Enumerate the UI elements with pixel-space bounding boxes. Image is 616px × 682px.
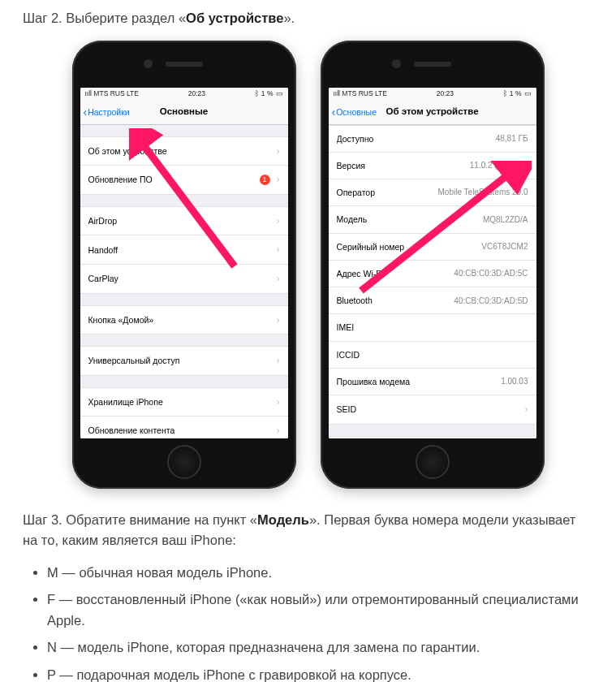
row-value: 40:CB:C0:3D:AD:5D xyxy=(454,295,528,308)
settings-row[interactable]: Обновление ПО1› xyxy=(80,166,288,195)
settings-row[interactable]: AirDrop› xyxy=(80,206,288,236)
chevron-right-icon: › xyxy=(277,271,280,287)
step2-prefix: Шаг 2. Выберите раздел « xyxy=(23,11,186,25)
home-button[interactable] xyxy=(416,445,450,479)
settings-row[interactable]: Handoff› xyxy=(80,235,288,265)
navbar: ‹ Настройки Основные xyxy=(80,101,288,125)
settings-row: Прошивка модема1.00.03 xyxy=(329,369,536,395)
row-label: Хранилище iPhone xyxy=(88,395,163,408)
row-value: VC6T8JCM2 xyxy=(481,240,528,253)
bluetooth-icon: ᛒ xyxy=(255,88,259,99)
nav-title: Об этом устройстве xyxy=(329,105,536,119)
settings-row[interactable]: Хранилище iPhone› xyxy=(80,387,288,417)
row-value: 1.00.03 xyxy=(501,375,528,388)
settings-row[interactable]: SEID› xyxy=(329,395,536,425)
phone1-screen: ııll MTS RUS LTE 20:23 ᛒ 1 % ▭ ‹ Настрой… xyxy=(80,88,288,438)
battery-icon: ▭ xyxy=(276,88,283,99)
row-label: Обновление ПО xyxy=(88,173,153,186)
status-left: ııll MTS RUS LTE xyxy=(334,88,387,99)
settings-group: Универсальный доступ› xyxy=(80,346,288,376)
settings-group: AirDrop›Handoff›CarPlay› xyxy=(80,206,288,294)
row-label: Кнопка «Домой» xyxy=(88,313,154,326)
row-label: Handoff xyxy=(88,244,118,257)
settings-row: МодельMQ8L2ZD/A xyxy=(329,206,536,233)
step3-prefix: Шаг 3. Обратите внимание на пункт « xyxy=(23,512,257,527)
notification-badge: 1 xyxy=(260,175,270,185)
settings-group: Доступно48,81 ГБВерсия11.0.2 (15A421)Опе… xyxy=(329,125,536,425)
row-label: Об этом устройстве xyxy=(88,145,167,158)
row-value: 11.0.2 (15A421) xyxy=(470,159,528,172)
step2-suffix: ». xyxy=(283,11,295,25)
chevron-right-icon: › xyxy=(277,313,280,328)
settings-row: Версия11.0.2 (15A421) xyxy=(329,153,536,179)
settings-row: Bluetooth40:CB:C0:3D:AD:5D xyxy=(329,287,536,314)
list-item: F — восстановленный iPhone («как новый»)… xyxy=(47,589,593,631)
phone-camera xyxy=(144,59,153,68)
navbar: ‹ Основные Об этом устройстве xyxy=(329,101,536,125)
status-right: 1 % xyxy=(510,88,522,99)
row-label: Адрес Wi-Fi xyxy=(337,267,383,280)
settings-row: Адрес Wi-Fi40:CB:C0:3D:AD:5C xyxy=(329,261,536,287)
row-label: Bluetooth xyxy=(337,294,373,307)
phone-earpiece xyxy=(414,62,451,67)
status-time: 20:23 xyxy=(188,88,205,99)
settings-group: Об этом устройстве›Обновление ПО1› xyxy=(80,136,288,195)
home-button[interactable] xyxy=(167,445,201,479)
chevron-right-icon: › xyxy=(525,402,528,417)
row-label: IMEI xyxy=(337,321,355,334)
settings-row[interactable]: Правовые документы› xyxy=(329,436,536,438)
row-label: Доступно xyxy=(337,132,374,145)
chevron-right-icon: › xyxy=(277,214,280,229)
row-label: Версия xyxy=(337,159,365,172)
row-label: Оператор xyxy=(337,186,376,199)
chevron-right-icon: › xyxy=(277,423,280,438)
battery-icon: ▭ xyxy=(524,88,532,99)
phone-mockup-1: ııll MTS RUS LTE 20:23 ᛒ 1 % ▭ ‹ Настрой… xyxy=(72,41,296,489)
settings-row[interactable]: Обновление контента› xyxy=(80,417,288,438)
row-value: 40:CB:C0:3D:AD:5C xyxy=(454,267,528,280)
nav-title: Основные xyxy=(80,105,288,119)
settings-row[interactable]: Универсальный доступ› xyxy=(80,346,288,376)
settings-group: Хранилище iPhone›Обновление контента› xyxy=(80,387,288,438)
step3-bold: Модель xyxy=(257,512,309,527)
list-item: M — обычная новая модель iPhone. xyxy=(47,563,593,584)
row-value: Mobile TeleSystems 29.0 xyxy=(438,186,528,199)
row-label: CarPlay xyxy=(88,272,118,285)
list-item: P — подарочная модель iPhone с гравировк… xyxy=(47,665,593,682)
phone1-content: Об этом устройстве›Обновление ПО1›AirDro… xyxy=(80,125,288,438)
row-label: AirDrop xyxy=(88,214,118,227)
status-right: 1 % xyxy=(261,88,274,99)
chevron-right-icon: › xyxy=(277,242,280,257)
statusbar: ııll MTS RUS LTE 20:23 ᛒ 1 % ▭ xyxy=(329,88,536,101)
settings-group: Кнопка «Домой»› xyxy=(80,305,288,335)
list-item: N — модель iPhone, которая предназначена… xyxy=(47,637,593,658)
phone-camera xyxy=(392,59,401,68)
status-time: 20:23 xyxy=(437,88,454,99)
phones-row: ııll MTS RUS LTE 20:23 ᛒ 1 % ▭ ‹ Настрой… xyxy=(23,41,593,489)
step2-text: Шаг 2. Выберите раздел «Об устройстве». xyxy=(23,8,593,29)
row-label: Универсальный доступ xyxy=(88,354,180,367)
settings-row[interactable]: Об этом устройстве› xyxy=(80,136,288,166)
phone2-screen: ııll MTS RUS LTE 20:23 ᛒ 1 % ▭ ‹ Основны… xyxy=(329,88,536,438)
chevron-right-icon: › xyxy=(277,395,280,410)
chevron-right-icon: › xyxy=(277,353,280,369)
settings-group: Правовые документы› xyxy=(329,436,536,438)
settings-row: ICCID xyxy=(329,342,536,369)
chevron-right-icon: › xyxy=(277,144,280,159)
step3-text: Шаг 3. Обратите внимание на пункт «Модел… xyxy=(23,510,593,551)
row-label: Серийный номер xyxy=(337,240,405,253)
step2-bold: Об устройстве xyxy=(186,11,283,25)
row-label: Обновление контента xyxy=(88,424,175,437)
row-label: Модель xyxy=(337,213,368,226)
status-left: ııll MTS RUS LTE xyxy=(85,88,139,99)
settings-row: Доступно48,81 ГБ xyxy=(329,125,536,153)
row-value: 48,81 ГБ xyxy=(496,132,528,145)
phone-mockup-2: ııll MTS RUS LTE 20:23 ᛒ 1 % ▭ ‹ Основны… xyxy=(321,41,545,489)
settings-row[interactable]: Кнопка «Домой»› xyxy=(80,305,288,335)
statusbar: ııll MTS RUS LTE 20:23 ᛒ 1 % ▭ xyxy=(80,88,288,101)
bluetooth-icon: ᛒ xyxy=(503,88,507,99)
settings-row[interactable]: CarPlay› xyxy=(80,265,288,294)
row-label: Прошивка модема xyxy=(337,375,411,388)
row-value: MQ8L2ZD/A xyxy=(483,214,528,227)
phone2-content: Доступно48,81 ГБВерсия11.0.2 (15A421)Опе… xyxy=(329,125,536,438)
